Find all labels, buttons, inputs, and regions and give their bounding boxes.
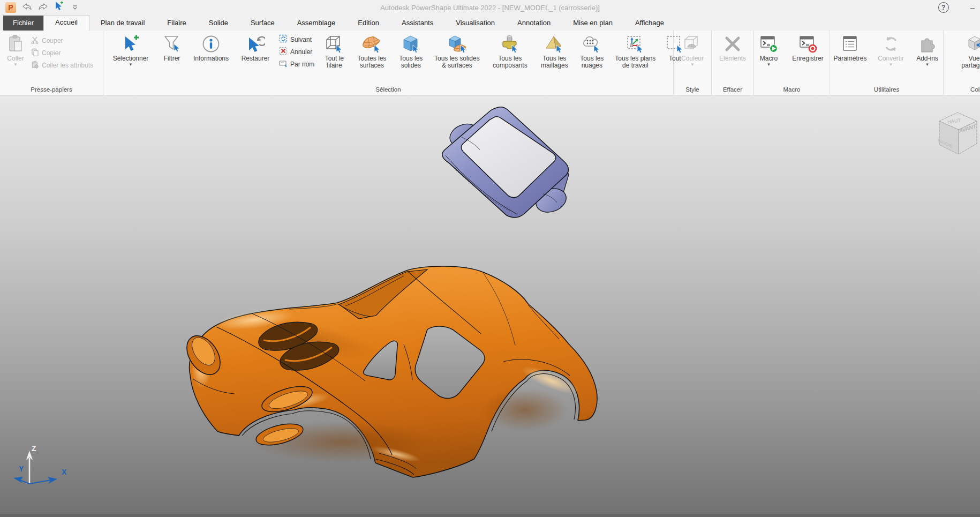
group-label-macro: Macro bbox=[754, 85, 830, 95]
group-collaborer: Vues partagées Coll bbox=[944, 31, 980, 95]
solid-cube-icon bbox=[401, 33, 420, 55]
powershape-window: { "titlebar": { "title": "Autodesk Power… bbox=[0, 0, 980, 517]
shared-views-button[interactable]: Vues partagées bbox=[955, 32, 980, 70]
mesh-pyramid-icon bbox=[545, 33, 564, 55]
tab-filaire[interactable]: Filaire bbox=[156, 16, 197, 31]
restore-selection-button[interactable]: Restaurer bbox=[237, 32, 274, 63]
group-label-effacer: Effacer bbox=[712, 85, 753, 95]
component-gear-icon bbox=[500, 33, 519, 55]
select-all-surfaces-button[interactable]: Toutes les surfaces bbox=[352, 32, 391, 70]
undo-button[interactable] bbox=[21, 2, 32, 13]
tab-assemblage[interactable]: Assemblage bbox=[286, 16, 347, 31]
tab-plan-de-travail[interactable]: Plan de travail bbox=[89, 16, 156, 31]
select-all-solids-surfaces-button[interactable]: Tous les solides & surfaces bbox=[430, 32, 484, 70]
filter-button[interactable]: Filtrer bbox=[159, 32, 185, 63]
select-all-clouds-button[interactable]: Tous les nuages bbox=[575, 32, 608, 70]
select-all-workplanes-button[interactable]: Tous les plans de travail bbox=[611, 32, 659, 70]
select-all-solids-button[interactable]: Tous les solides bbox=[394, 32, 427, 70]
tab-affichage[interactable]: Affichage bbox=[624, 16, 675, 31]
puzzle-piece-icon bbox=[918, 33, 937, 55]
redo-icon bbox=[38, 3, 48, 13]
windshield-frame-model[interactable] bbox=[438, 103, 573, 225]
macro-button[interactable]: Macro ▼ bbox=[755, 32, 783, 68]
select-button[interactable]: Sélectionner ▼ bbox=[105, 32, 156, 68]
3d-viewport[interactable]: HAUT GAUCHE AVANT Z X Y bbox=[0, 95, 980, 517]
ribbon-tab-bar: Fichier Accueil Plan de travail Filaire … bbox=[0, 15, 980, 31]
cursor-plus-icon bbox=[122, 33, 140, 55]
dropdown-caret-icon: ▼ bbox=[767, 63, 771, 67]
axis-y-label: Y bbox=[19, 464, 24, 473]
undo-icon bbox=[22, 3, 32, 13]
select-all-components-button[interactable]: Tous les composants bbox=[486, 32, 533, 70]
title-bar: Autodesk PowerShape Ultimate 2022 - [NEW… bbox=[0, 0, 980, 15]
tab-fichier[interactable]: Fichier bbox=[3, 16, 43, 31]
info-icon bbox=[201, 33, 221, 55]
redo-button[interactable] bbox=[37, 2, 48, 13]
tab-assistants[interactable]: Assistants bbox=[390, 16, 444, 31]
dropdown-caret-icon: ▼ bbox=[925, 63, 930, 67]
tab-mise-en-plan[interactable]: Mise en plan bbox=[562, 16, 624, 31]
select-next-button[interactable]: Suivant bbox=[279, 33, 314, 46]
window-title: Autodesk PowerShape Ultimate 2022 - [NEW… bbox=[0, 4, 980, 12]
solid-and-surface-icon bbox=[446, 33, 468, 55]
select-tool-quick-button[interactable] bbox=[54, 2, 64, 13]
help-button[interactable]: ? bbox=[938, 2, 949, 13]
tab-accueil[interactable]: Accueil bbox=[43, 15, 89, 31]
select-by-name-button[interactable]: Par nom bbox=[279, 58, 314, 70]
minimize-button[interactable]: – bbox=[970, 5, 975, 10]
funnel-icon bbox=[163, 33, 181, 55]
group-utilitaires: Paramètres Convertir ▼ Add-ins ▼ Utilita… bbox=[830, 31, 944, 95]
settings-button[interactable]: Paramètres bbox=[830, 32, 871, 63]
tab-solide[interactable]: Solide bbox=[198, 16, 239, 31]
convert-button[interactable]: Convertir ▼ bbox=[873, 32, 909, 68]
informations-button[interactable]: Informations bbox=[188, 32, 234, 63]
erase-elements-button[interactable]: Eléments bbox=[714, 32, 751, 63]
convert-arrows-icon bbox=[881, 33, 901, 55]
powershape-logo-icon[interactable]: P bbox=[5, 2, 16, 13]
group-label-selection: Sélection bbox=[103, 85, 673, 95]
tab-visualisation[interactable]: Visualisation bbox=[444, 16, 506, 31]
ribbon: Coller ▼ Couper Copier Coller les attrib… bbox=[0, 31, 980, 95]
clipboard-paste-icon bbox=[7, 33, 24, 55]
select-all-wireframe-button[interactable]: Tout le filaire bbox=[319, 32, 349, 70]
addins-button[interactable]: Add-ins ▼ bbox=[911, 32, 944, 68]
color-button[interactable]: Couleur ▼ bbox=[676, 32, 708, 68]
group-selection: Sélectionner ▼ Filtrer Informations Res bbox=[103, 31, 674, 95]
scissors-icon bbox=[31, 36, 39, 46]
macro-play-icon bbox=[759, 33, 779, 55]
erase-x-icon bbox=[723, 33, 742, 55]
copy-button[interactable]: Copier bbox=[31, 47, 93, 59]
axis-x-label: X bbox=[62, 468, 67, 476]
car-body-model[interactable] bbox=[182, 265, 605, 485]
cancel-selection-button[interactable]: Annuler bbox=[279, 46, 314, 58]
dropdown-caret-icon: ▼ bbox=[13, 63, 18, 67]
cut-button[interactable]: Couper bbox=[31, 34, 93, 47]
clipboard-attributes-icon bbox=[31, 61, 39, 70]
paste-attributes-button[interactable]: Coller les attributs bbox=[31, 59, 93, 71]
select-all-meshes-button[interactable]: Tous les maillages bbox=[536, 32, 572, 70]
dropdown-caret-icon: ▼ bbox=[129, 63, 133, 67]
shared-views-cube-icon bbox=[966, 33, 980, 55]
surface-patch-icon bbox=[361, 33, 382, 55]
group-effacer: Eléments Effacer bbox=[712, 31, 754, 95]
view-cube[interactable]: HAUT GAUCHE AVANT bbox=[933, 108, 980, 159]
select-next-icon bbox=[279, 34, 288, 44]
point-cloud-icon bbox=[582, 33, 601, 55]
macro-record-button[interactable]: Enregistrer bbox=[787, 32, 830, 63]
copy-icon bbox=[31, 48, 39, 58]
group-presse-papiers: Coller ▼ Couper Copier Coller les attrib… bbox=[0, 31, 103, 95]
axis-triad: Z X Y bbox=[8, 444, 75, 497]
quick-access-toolbar: P bbox=[0, 2, 80, 13]
group-label-presse-papiers: Presse-papiers bbox=[0, 85, 103, 95]
paste-button[interactable]: Coller ▼ bbox=[2, 32, 29, 68]
cursor-undo-icon bbox=[246, 33, 265, 55]
group-macro: Macro ▼ Enregistrer Macro bbox=[754, 31, 830, 95]
customize-qat-button[interactable] bbox=[70, 2, 80, 13]
settings-list-icon bbox=[841, 33, 860, 55]
tab-annotation[interactable]: Annotation bbox=[506, 16, 562, 31]
axis-z-label: Z bbox=[32, 444, 36, 453]
tab-surface[interactable]: Surface bbox=[239, 16, 286, 31]
group-style: Couleur ▼ Style bbox=[674, 31, 712, 95]
name-tag-icon bbox=[279, 59, 288, 69]
tab-edition[interactable]: Edition bbox=[346, 16, 390, 31]
